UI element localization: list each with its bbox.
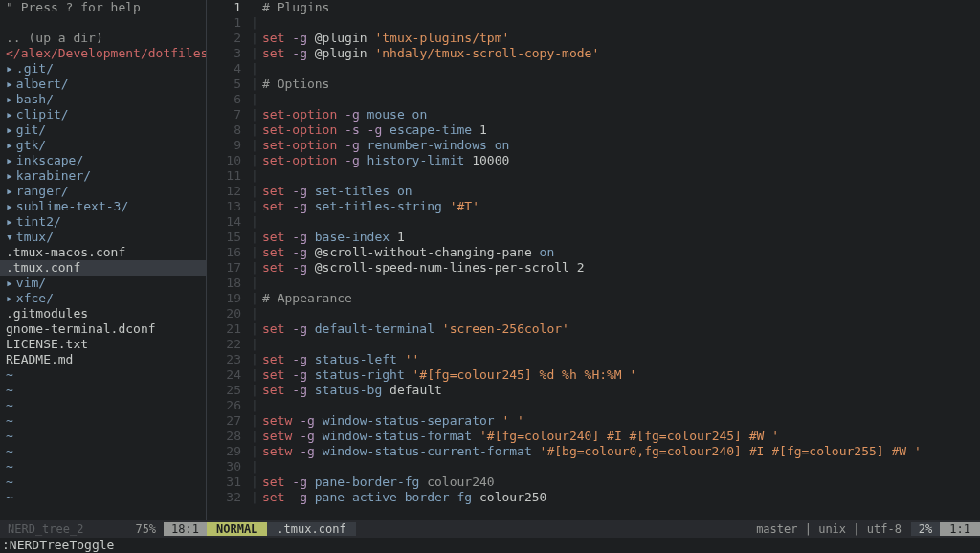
tree-file[interactable]: .tmux.conf <box>0 260 206 276</box>
tree-item-label: tint2/ <box>16 214 61 229</box>
caret-icon: ▸ <box>6 291 13 305</box>
caret-icon: ▸ <box>6 276 13 290</box>
code-line[interactable]: setw -g window-status-separator ' ' <box>262 413 980 429</box>
code-line[interactable]: set -g @plugin 'tmux-plugins/tpm' <box>262 31 980 46</box>
tree-item-label: gtk/ <box>16 138 46 152</box>
caret-icon: ▸ <box>6 153 13 167</box>
code-line[interactable]: set-option -g renumber-windows on <box>262 138 980 153</box>
code-line[interactable] <box>262 168 980 184</box>
caret-icon: ▸ <box>6 168 13 183</box>
tree-folder[interactable]: ▸.git/ <box>0 61 206 77</box>
code-line[interactable]: set -g set-titles on <box>262 184 980 199</box>
help-hint: " Press ? for help <box>0 0 206 15</box>
empty-line-tilde: ~ <box>0 429 206 444</box>
tree-item-label: .git/ <box>16 61 54 76</box>
tree-item-label: albert/ <box>16 77 69 91</box>
tree-item-label: bash/ <box>16 92 54 106</box>
tree-folder[interactable]: ▸albert/ <box>0 77 206 92</box>
code-line[interactable]: # Appearance <box>262 291 980 306</box>
command-line[interactable]: :NERDTreeToggle <box>0 538 980 553</box>
tree-folder[interactable]: ▸bash/ <box>0 92 206 107</box>
tree-folder[interactable]: ▸tint2/ <box>0 214 206 230</box>
code-line[interactable] <box>262 306 980 321</box>
code-line[interactable]: set -g @scroll-without-changing-pane on <box>262 245 980 260</box>
tree-item-label: .gitmodules <box>6 306 88 321</box>
tree-folder[interactable]: ▸sublime-text-3/ <box>0 199 206 214</box>
code-line[interactable]: set -g @plugin 'nhdaly/tmux-scroll-copy-… <box>262 46 980 61</box>
tree-file[interactable]: README.md <box>0 352 206 367</box>
line-gutter: 1123456789101112131415161718192021222324… <box>207 0 251 520</box>
tree-folder[interactable]: ▸inkscape/ <box>0 153 206 168</box>
code-line[interactable]: set -g status-right '#[fg=colour245] %d … <box>262 367 980 383</box>
code-line[interactable]: set-option -g mouse on <box>262 107 980 122</box>
status-meta: master | unix | utf-8 <box>746 522 911 537</box>
tree-item-label: vim/ <box>16 276 46 290</box>
code-line[interactable]: set -g status-left '' <box>262 352 980 367</box>
tree-file[interactable]: .tmux-macos.conf <box>0 245 206 260</box>
code-line[interactable]: setw -g window-status-format '#[fg=colou… <box>262 429 980 444</box>
code-line[interactable]: set -g base-index 1 <box>262 230 980 245</box>
status-pos: 1:1 <box>940 522 980 537</box>
tree-file[interactable]: .gitmodules <box>0 306 206 321</box>
caret-icon: ▸ <box>6 122 13 137</box>
code-line[interactable]: set -g set-titles-string '#T' <box>262 199 980 214</box>
code-line[interactable]: setw -g window-status-current-format '#[… <box>262 444 980 459</box>
updir-link[interactable]: .. (up a dir) <box>0 31 206 46</box>
tree-item-label: ranger/ <box>16 184 69 198</box>
tree-item-label: sublime-text-3/ <box>16 199 128 213</box>
tree-item-label: xfce/ <box>16 291 54 305</box>
tree-folder[interactable]: ▸vim/ <box>0 276 206 291</box>
code-line[interactable] <box>262 61 980 77</box>
code-area[interactable]: # Pluginsset -g @plugin 'tmux-plugins/tp… <box>262 0 980 520</box>
tree-item-label: inkscape/ <box>16 153 83 167</box>
tree-folder[interactable]: ▸karabiner/ <box>0 168 206 184</box>
code-line[interactable]: set-option -g history-limit 10000 <box>262 153 980 168</box>
nerdtree-pct: 75% <box>127 522 164 537</box>
code-line[interactable]: # Plugins <box>262 0 980 15</box>
tree-folder[interactable]: ▸gtk/ <box>0 138 206 153</box>
nerdtree-pos: 18:1 <box>164 522 207 537</box>
code-line[interactable] <box>262 276 980 291</box>
caret-icon: ▸ <box>6 77 13 91</box>
code-line[interactable] <box>262 15 980 31</box>
caret-icon: ▸ <box>6 214 13 229</box>
code-line[interactable] <box>262 398 980 413</box>
cwd-path: </alex/Development/dotfiles/ <box>0 46 206 61</box>
code-line[interactable]: set -g status-bg default <box>262 383 980 398</box>
empty-line-tilde: ~ <box>0 398 206 413</box>
tree-item-label: clipit/ <box>16 107 69 122</box>
status-pct: 2% <box>911 522 940 537</box>
empty-line-tilde: ~ <box>0 459 206 475</box>
empty-line-tilde: ~ <box>0 490 206 505</box>
empty-line-tilde: ~ <box>0 475 206 490</box>
empty-line-tilde: ~ <box>0 444 206 459</box>
editor-pane[interactable]: 1123456789101112131415161718192021222324… <box>207 0 980 520</box>
code-line[interactable] <box>262 337 980 352</box>
code-line[interactable] <box>262 459 980 475</box>
tree-folder[interactable]: ▾tmux/ <box>0 230 206 245</box>
code-line[interactable] <box>262 92 980 107</box>
code-line[interactable]: set -g default-terminal 'screen-256color… <box>262 321 980 337</box>
code-line[interactable]: set -g @scroll-speed-num-lines-per-scrol… <box>262 260 980 276</box>
tree-file[interactable]: LICENSE.txt <box>0 337 206 352</box>
tree-folder[interactable]: ▸ranger/ <box>0 184 206 199</box>
tree-item-label: README.md <box>6 352 73 366</box>
code-line[interactable]: set-option -s -g escape-time 1 <box>262 122 980 138</box>
empty-line-tilde: ~ <box>0 413 206 429</box>
caret-icon: ▸ <box>6 138 13 152</box>
empty-line-tilde: ~ <box>0 383 206 398</box>
tree-folder[interactable]: ▸xfce/ <box>0 291 206 306</box>
tree-item-label: .tmux-macos.conf <box>6 245 125 259</box>
tree-folder[interactable]: ▸clipit/ <box>0 107 206 122</box>
caret-icon: ▸ <box>6 92 13 106</box>
code-line[interactable]: set -g pane-border-fg colour240 <box>262 475 980 490</box>
caret-icon: ▸ <box>6 184 13 198</box>
caret-icon: ▸ <box>6 61 13 76</box>
tree-file[interactable]: gnome-terminal.dconf <box>0 321 206 337</box>
code-line[interactable] <box>262 214 980 230</box>
code-line[interactable]: set -g pane-active-border-fg colour250 <box>262 490 980 505</box>
code-line[interactable]: # Options <box>262 77 980 92</box>
tree-folder[interactable]: ▸git/ <box>0 122 206 138</box>
status-bar: NERD_tree_2 75% 18:1 NORMAL .tmux.conf m… <box>0 520 980 538</box>
tree-item-label: gnome-terminal.dconf <box>6 321 156 336</box>
